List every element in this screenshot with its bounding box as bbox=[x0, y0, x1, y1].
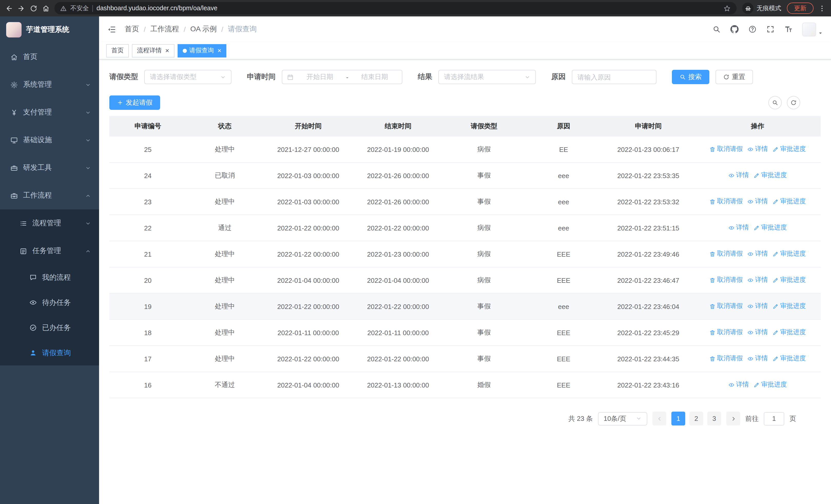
breadcrumb-item[interactable]: 工作流程 bbox=[150, 25, 179, 34]
detail-link[interactable]: 详情 bbox=[747, 145, 768, 154]
tab-close-icon[interactable]: × bbox=[218, 47, 221, 54]
progress-link[interactable]: 审批进度 bbox=[773, 276, 806, 285]
detail-link[interactable]: 详情 bbox=[728, 224, 749, 232]
detail-link[interactable]: 详情 bbox=[728, 381, 749, 389]
cancel-leave-link[interactable]: 取消请假 bbox=[709, 354, 743, 363]
detail-link[interactable]: 详情 bbox=[747, 250, 768, 259]
apply-time-range-picker[interactable]: 开始日期 - 结束日期 bbox=[282, 70, 402, 84]
cancel-leave-link[interactable]: 取消请假 bbox=[709, 276, 743, 285]
fullscreen-icon[interactable] bbox=[766, 25, 775, 33]
reset-button[interactable]: 重置 bbox=[716, 70, 753, 84]
leave-type-select[interactable]: 请选择请假类型 bbox=[144, 70, 231, 84]
incognito-icon bbox=[745, 5, 751, 11]
progress-link[interactable]: 审批进度 bbox=[773, 354, 806, 363]
result-select[interactable]: 请选择流结果 bbox=[438, 70, 536, 84]
detail-link[interactable]: 详情 bbox=[747, 328, 768, 337]
header-search-icon[interactable] bbox=[712, 25, 721, 33]
page-button-3[interactable]: 3 bbox=[707, 412, 721, 425]
reason-input[interactable] bbox=[572, 70, 657, 84]
detail-link[interactable]: 详情 bbox=[747, 276, 768, 285]
tab-close-icon[interactable]: × bbox=[165, 47, 169, 54]
breadcrumb-item[interactable]: 首页 bbox=[125, 25, 139, 34]
reason-label: 原因 bbox=[551, 72, 566, 82]
not-secure-icon[interactable] bbox=[60, 5, 67, 11]
toggle-search-button[interactable] bbox=[768, 96, 782, 109]
progress-link[interactable]: 审批进度 bbox=[773, 328, 806, 337]
sidebar-item-task-mgmt[interactable]: 任务管理 bbox=[0, 237, 99, 265]
help-icon[interactable] bbox=[748, 25, 756, 33]
cell-reason: EEE bbox=[525, 320, 602, 346]
browser-home-icon[interactable] bbox=[42, 4, 50, 12]
sidebar-item-infra[interactable]: 基础设施 bbox=[0, 126, 99, 154]
table-row: 21处理中2022-01-22 00:00:002022-01-23 00:00… bbox=[109, 241, 821, 267]
edit-icon bbox=[773, 199, 779, 205]
sidebar-collapse-icon[interactable] bbox=[107, 25, 116, 34]
goto-page-input[interactable] bbox=[764, 412, 784, 425]
browser-menu-icon[interactable] bbox=[818, 4, 826, 12]
page-button-1[interactable]: 1 bbox=[671, 412, 685, 425]
bookmark-star-icon[interactable] bbox=[723, 4, 731, 12]
create-leave-button[interactable]: 发起请假 bbox=[109, 95, 160, 110]
progress-link[interactable]: 审批进度 bbox=[753, 171, 787, 180]
detail-link[interactable]: 详情 bbox=[728, 171, 749, 180]
forward-icon[interactable] bbox=[18, 4, 25, 12]
user-menu[interactable] bbox=[802, 22, 823, 36]
url-text[interactable]: dashboard.yudao.iocoder.cn/bpm/oa/leave bbox=[96, 5, 720, 12]
sidebar-item-my-process[interactable]: 我的流程 bbox=[0, 265, 99, 290]
chevron-right-icon bbox=[730, 415, 736, 422]
detail-link[interactable]: 详情 bbox=[747, 197, 768, 206]
sidebar-item-leave-query[interactable]: 请假查询 bbox=[0, 340, 99, 365]
font-size-icon[interactable] bbox=[784, 25, 793, 33]
cell-status: 处理中 bbox=[186, 346, 263, 372]
sidebar-item-system[interactable]: 系统管理 bbox=[0, 71, 99, 98]
sidebar-item-process-mgmt[interactable]: 流程管理 bbox=[0, 209, 99, 237]
avatar[interactable] bbox=[802, 22, 816, 36]
sidebar-item-payment[interactable]: 支付管理 bbox=[0, 98, 99, 126]
cancel-leave-link[interactable]: 取消请假 bbox=[709, 197, 743, 206]
tab-leave-query[interactable]: 请假查询× bbox=[177, 44, 226, 57]
tab-process-detail[interactable]: 流程详情× bbox=[132, 44, 174, 57]
detail-link[interactable]: 详情 bbox=[747, 302, 768, 311]
page-size-select[interactable]: 10条/页 bbox=[598, 412, 647, 425]
search-icon bbox=[680, 74, 686, 80]
sidebar-item-devtools[interactable]: 研发工具 bbox=[0, 154, 99, 182]
reload-icon[interactable] bbox=[30, 4, 37, 12]
detail-link[interactable]: 详情 bbox=[747, 354, 768, 363]
github-icon[interactable] bbox=[730, 25, 739, 33]
cell-status: 处理中 bbox=[186, 267, 263, 293]
cell-id: 17 bbox=[109, 346, 186, 372]
progress-link[interactable]: 审批进度 bbox=[773, 250, 806, 259]
breadcrumb-item[interactable]: OA 示例 bbox=[191, 25, 217, 34]
main: 首页/工作流程/OA 示例/请假查询 首页流程详情×请假查询× bbox=[99, 17, 831, 504]
search-button[interactable]: 搜索 bbox=[672, 70, 709, 84]
apply-time-label: 申请时间 bbox=[247, 72, 276, 82]
progress-link[interactable]: 审批进度 bbox=[773, 145, 806, 154]
next-page-button[interactable] bbox=[726, 412, 740, 425]
prev-page-button[interactable] bbox=[652, 412, 666, 425]
back-icon[interactable] bbox=[5, 4, 13, 12]
progress-link[interactable]: 审批进度 bbox=[753, 381, 787, 389]
sidebar-item-done-task[interactable]: 已办任务 bbox=[0, 315, 99, 340]
cell-reason: eee bbox=[525, 188, 602, 215]
cancel-leave-link[interactable]: 取消请假 bbox=[709, 145, 743, 154]
sidebar-item-todo-task[interactable]: 待办任务 bbox=[0, 290, 99, 315]
cancel-leave-link[interactable]: 取消请假 bbox=[709, 302, 743, 311]
cancel-leave-link[interactable]: 取消请假 bbox=[709, 328, 743, 337]
update-button[interactable]: 更新 bbox=[787, 3, 813, 14]
eye-icon bbox=[29, 299, 37, 306]
address-bar[interactable]: 不安全 dashboard.yudao.iocoder.cn/bpm/oa/le… bbox=[54, 2, 737, 14]
cell-reason: EEE bbox=[525, 346, 602, 372]
progress-link[interactable]: 审批进度 bbox=[773, 197, 806, 206]
page-button-2[interactable]: 2 bbox=[689, 412, 703, 425]
sidebar-item-workflow[interactable]: 工作流程 bbox=[0, 182, 99, 209]
refresh-table-button[interactable] bbox=[787, 96, 800, 109]
tab-home[interactable]: 首页 bbox=[106, 44, 129, 57]
cell-status: 处理中 bbox=[186, 188, 263, 215]
logo[interactable]: 芋道管理系统 bbox=[0, 17, 99, 43]
cancel-leave-link[interactable]: 取消请假 bbox=[709, 250, 743, 259]
table-row: 16不通过2022-01-04 00:00:002022-01-13 00:00… bbox=[109, 372, 821, 398]
goto-label: 前往 bbox=[745, 414, 758, 423]
progress-link[interactable]: 审批进度 bbox=[753, 224, 787, 232]
progress-link[interactable]: 审批进度 bbox=[773, 302, 806, 311]
sidebar-item-home[interactable]: 首页 bbox=[0, 43, 99, 71]
